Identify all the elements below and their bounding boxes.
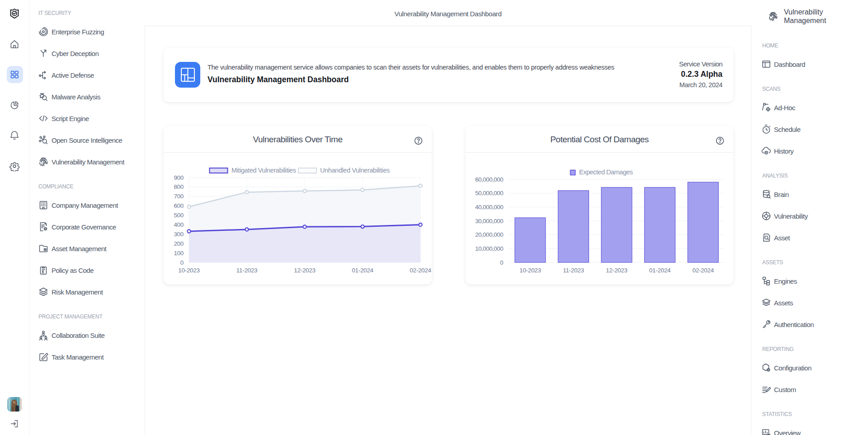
svg-text:Mitigated Vulnerabilities: Mitigated Vulnerabilities bbox=[231, 167, 296, 174]
svg-text:0: 0 bbox=[500, 259, 503, 266]
svg-text:600: 600 bbox=[174, 202, 184, 209]
svg-text:20,000,000: 20,000,000 bbox=[475, 231, 503, 238]
svg-text:10,000,000: 10,000,000 bbox=[475, 245, 503, 252]
svg-text:200: 200 bbox=[174, 240, 184, 247]
svg-text:10-2023: 10-2023 bbox=[178, 267, 199, 274]
svg-text:900: 900 bbox=[174, 174, 184, 181]
svg-text:01-2024: 01-2024 bbox=[649, 267, 671, 274]
svg-text:100: 100 bbox=[174, 250, 184, 257]
svg-text:500: 500 bbox=[174, 212, 184, 219]
svg-text:Unhandled Vulnerabilities: Unhandled Vulnerabilities bbox=[320, 167, 390, 174]
svg-text:800: 800 bbox=[174, 183, 184, 190]
svg-text:50,000,000: 50,000,000 bbox=[475, 190, 503, 196]
svg-text:10-2023: 10-2023 bbox=[519, 267, 541, 274]
svg-text:02-2024: 02-2024 bbox=[692, 267, 714, 274]
svg-text:30,000,000: 30,000,000 bbox=[475, 218, 503, 225]
svg-text:11-2023: 11-2023 bbox=[563, 267, 584, 274]
svg-text:02-2024: 02-2024 bbox=[410, 267, 431, 274]
svg-text:400: 400 bbox=[174, 221, 184, 228]
svg-text:40,000,000: 40,000,000 bbox=[475, 204, 503, 210]
svg-text:01-2024: 01-2024 bbox=[352, 267, 373, 274]
svg-text:0: 0 bbox=[180, 259, 184, 266]
svg-text:60,000,000: 60,000,000 bbox=[475, 176, 503, 183]
svg-text:700: 700 bbox=[174, 193, 184, 200]
svg-text:300: 300 bbox=[174, 231, 184, 238]
svg-text:Expected Damages: Expected Damages bbox=[579, 168, 633, 176]
svg-text:11-2023: 11-2023 bbox=[236, 267, 257, 274]
svg-text:12-2023: 12-2023 bbox=[606, 267, 627, 274]
svg-text:12-2023: 12-2023 bbox=[294, 267, 315, 274]
